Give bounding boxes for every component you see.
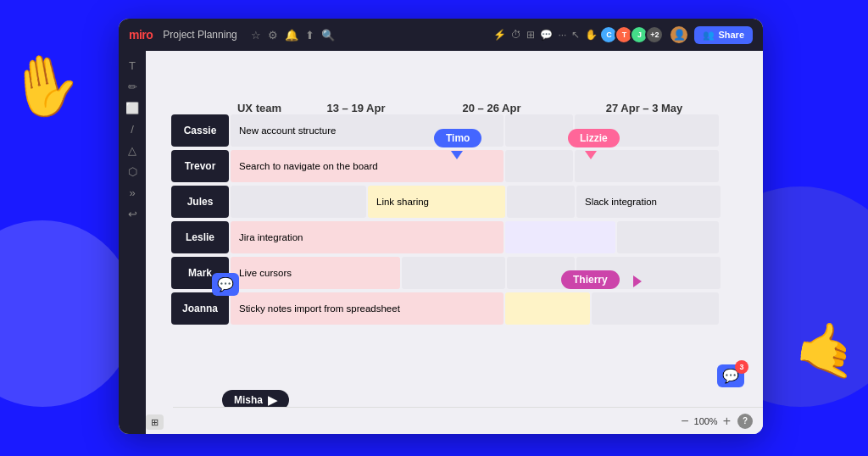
avatar-group: C T J +2 xyxy=(603,25,664,44)
cell-jules-empty2 xyxy=(507,186,575,218)
share-icon: 👥 xyxy=(703,30,715,41)
zoom-level: 100% xyxy=(694,416,718,426)
project-title: Project Planning xyxy=(163,29,236,41)
lightning-icon[interactable]: ⚡ xyxy=(493,29,506,41)
titlebar-right: ⚡ ⏱ ⊞ 💬 ··· ↖ ✋ C T J +2 👤 👥 Share xyxy=(493,25,753,45)
col-header-week2: 20 – 26 Apr xyxy=(424,102,559,114)
cell-mark-empty2 xyxy=(507,257,575,289)
zoom-out-button[interactable]: − xyxy=(681,414,688,428)
hex-tool-icon[interactable]: ⬡ xyxy=(128,165,137,178)
bell-icon[interactable]: 🔔 xyxy=(285,29,298,42)
main-window: miro Project Planning ☆ ⚙ 🔔 ⬆ 🔍 ⚡ ⏱ ⊞ 💬 … xyxy=(119,19,763,434)
row-cells-leslie: Jira integration xyxy=(231,221,748,253)
table-row: Jules Link sharing Slack integration xyxy=(171,186,748,218)
star-icon[interactable]: ☆ xyxy=(251,29,261,42)
table-row: Trevor Search to navigate on the board xyxy=(171,150,748,182)
col-header-team: UX team xyxy=(231,102,288,114)
cell-jules-task1: Link sharing xyxy=(368,186,505,218)
comment-icon[interactable]: 💬 xyxy=(540,29,553,41)
table-row: Mark Live cursors xyxy=(171,257,748,289)
col-header-week1: 13 – 19 Apr xyxy=(288,102,424,114)
bg-decoration-left xyxy=(0,220,136,407)
more-tools-icon[interactable]: » xyxy=(129,186,135,199)
cell-trevor-empty1 xyxy=(505,150,573,182)
row-cells-trevor: Search to navigate on the board xyxy=(231,150,748,182)
cell-trevor-empty2 xyxy=(575,150,719,182)
row-cells-mark: Live cursors xyxy=(231,257,748,289)
left-toolbar: T ✏ ⬜ / △ ⬡ » ↩ xyxy=(119,51,146,434)
page-navigator[interactable]: ⊞ xyxy=(146,414,164,429)
table-row: Cassie New account structure xyxy=(171,114,748,147)
row-name-joanna: Joanna xyxy=(171,292,229,325)
line-tool-icon[interactable]: / xyxy=(131,123,134,136)
cell-jules-empty1 xyxy=(231,186,366,218)
hand-left-icon: ✋ xyxy=(3,45,88,126)
zoom-controls: − 100% + xyxy=(681,414,731,428)
bottom-bar: − 100% + ? xyxy=(173,407,763,434)
chat-badge-1[interactable]: 💬 xyxy=(212,273,239,296)
chat-badge-2-wrapper: 💬 3 xyxy=(717,364,744,387)
titlebar-icons: ☆ ⚙ 🔔 ⬆ 🔍 xyxy=(251,29,335,42)
cell-cassie-task1: New account structure xyxy=(231,114,504,147)
share-button[interactable]: 👥 Share xyxy=(694,26,753,44)
cell-cassie-empty xyxy=(505,114,573,147)
text-tool-icon[interactable]: T xyxy=(129,59,136,72)
row-name-cassie: Cassie xyxy=(171,114,229,147)
timer-icon[interactable]: ⏱ xyxy=(511,29,521,41)
cell-mark-task1: Live cursors xyxy=(231,257,400,289)
pen-tool-icon[interactable]: ✏ xyxy=(128,81,137,93)
cell-joanna-task1: Sticky notes import from spreadsheet xyxy=(231,292,504,325)
row-name-jules: Jules xyxy=(171,186,229,218)
triangle-tool-icon[interactable]: △ xyxy=(128,144,136,157)
cell-joanna-empty xyxy=(592,292,719,325)
undo-icon[interactable]: ↩ xyxy=(128,208,137,220)
app-logo: miro xyxy=(129,28,153,42)
search-icon[interactable]: 🔍 xyxy=(321,29,335,42)
avatar-count: +2 xyxy=(645,25,664,44)
upload-icon[interactable]: ⬆ xyxy=(305,29,314,42)
zoom-in-button[interactable]: + xyxy=(723,414,731,428)
grid-icon[interactable]: ⊞ xyxy=(526,29,535,41)
table-row: Joanna Sticky notes import from spreadsh… xyxy=(171,292,748,325)
cell-trevor-task1: Search to navigate on the board xyxy=(231,150,504,182)
row-name-trevor: Trevor xyxy=(171,150,229,182)
table-row: Leslie Jira integration xyxy=(171,221,748,253)
more-icon[interactable]: ··· xyxy=(558,29,566,41)
table-rows: Cassie New account structure Trevor Sear… xyxy=(171,114,748,325)
cell-cassie-task2 xyxy=(575,114,719,147)
misha-cursor-arrow: ▶ xyxy=(268,393,277,407)
row-cells-joanna: Sticky notes import from spreadsheet xyxy=(231,292,748,325)
cell-mark-empty3 xyxy=(576,257,721,289)
cell-jules-task2: Slack integration xyxy=(576,186,721,218)
chat-badge-2[interactable]: 💬 3 xyxy=(717,364,744,387)
shape-tool-icon[interactable]: ⬜ xyxy=(125,102,139,114)
titlebar: miro Project Planning ☆ ⚙ 🔔 ⬆ 🔍 ⚡ ⏱ ⊞ 💬 … xyxy=(119,19,763,51)
canvas-area[interactable]: UX team 13 – 19 Apr 20 – 26 Apr 27 Apr –… xyxy=(146,51,763,434)
cell-joanna-task2 xyxy=(505,292,590,325)
cell-leslie-empty xyxy=(617,221,719,253)
cursor-icon[interactable]: ↖ xyxy=(571,29,580,41)
settings-icon[interactable]: ⚙ xyxy=(268,29,278,42)
planning-table: UX team 13 – 19 Apr 20 – 26 Apr 27 Apr –… xyxy=(171,102,748,328)
row-cells-jules: Link sharing Slack integration xyxy=(231,186,748,218)
cell-leslie-task2 xyxy=(505,221,615,253)
user-avatar[interactable]: 👤 xyxy=(669,25,689,45)
column-headers: UX team 13 – 19 Apr 20 – 26 Apr 27 Apr –… xyxy=(231,102,748,114)
row-name-leslie: Leslie xyxy=(171,221,229,253)
cell-leslie-task1: Jira integration xyxy=(231,221,504,253)
hand-icon[interactable]: ✋ xyxy=(585,29,598,41)
col-header-week3: 27 Apr – 3 May xyxy=(559,102,729,114)
row-cells-cassie: New account structure xyxy=(231,114,748,147)
cell-mark-empty1 xyxy=(402,257,505,289)
help-button[interactable]: ? xyxy=(737,414,753,429)
notification-badge: 3 xyxy=(735,360,748,374)
